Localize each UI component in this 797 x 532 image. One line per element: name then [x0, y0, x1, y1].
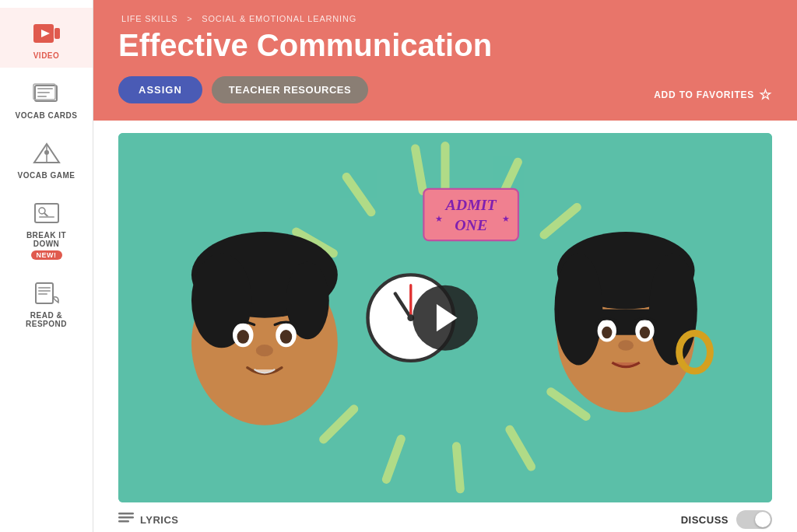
breadcrumb-part2: SOCIAL & EMOTIONAL LEARNING: [202, 14, 356, 23]
svg-point-41: [237, 330, 249, 344]
svg-rect-5: [37, 92, 50, 93]
main-content: LIFE SKILLS > SOCIAL & EMOTIONAL LEARNIN…: [93, 0, 797, 532]
sidebar-vocab-cards-label: VOCAB CARDS: [16, 111, 78, 120]
svg-point-43: [256, 345, 273, 356]
video-bottom-bar: LYRICS DISCUSS: [118, 502, 772, 532]
lyrics-icon: [118, 513, 134, 527]
svg-rect-57: [559, 310, 693, 335]
break-it-down-icon: [30, 198, 64, 228]
vocab-game-icon: [30, 138, 64, 168]
video-illustration: ADMIT ONE ★ ★: [118, 133, 772, 502]
sidebar-item-read-respond[interactable]: READ &RESPOND: [0, 268, 93, 336]
read-respond-icon: [30, 278, 64, 308]
sidebar: VIDEO VOCAB CARDS VOCAB GAME: [0, 0, 93, 532]
sidebar-item-break-it-down[interactable]: BREAK ITDOWN NEW!: [0, 187, 93, 268]
discuss-area: DISCUSS: [681, 510, 772, 529]
video-player[interactable]: ADMIT ONE ★ ★: [118, 133, 772, 502]
svg-text:★: ★: [435, 214, 443, 223]
content-area: ADMIT ONE ★ ★: [93, 121, 797, 532]
svg-rect-6: [37, 96, 47, 97]
svg-rect-68: [118, 520, 129, 523]
header: LIFE SKILLS > SOCIAL & EMOTIONAL LEARNIN…: [93, 0, 797, 121]
lyrics-label: LYRICS: [140, 514, 178, 526]
svg-rect-11: [35, 204, 58, 222]
svg-point-42: [280, 330, 292, 344]
svg-rect-2: [54, 28, 60, 39]
new-badge: NEW!: [31, 250, 62, 260]
vocab-cards-icon: [30, 79, 64, 108]
sidebar-item-vocab-cards[interactable]: VOCAB CARDS: [0, 68, 93, 128]
discuss-label: DISCUSS: [681, 514, 729, 526]
sidebar-video-label: VIDEO: [33, 51, 60, 60]
star-icon: ☆: [759, 86, 772, 103]
discuss-toggle[interactable]: [736, 510, 772, 529]
add-favorites-button[interactable]: ADD TO FAVORITES ☆: [654, 86, 772, 103]
svg-rect-16: [38, 287, 51, 289]
sidebar-vocab-game-label: VOCAB GAME: [18, 171, 75, 180]
svg-text:ONE: ONE: [455, 216, 487, 233]
svg-point-60: [602, 327, 612, 338]
svg-point-61: [640, 327, 650, 338]
sidebar-item-video[interactable]: VIDEO: [0, 8, 93, 68]
page-title: Effective Communication: [118, 28, 772, 62]
svg-line-27: [456, 446, 460, 489]
svg-rect-66: [118, 513, 134, 515]
toggle-knob: [755, 512, 771, 527]
sidebar-read-respond-label: READ &RESPOND: [26, 311, 67, 328]
add-favorites-label: ADD TO FAVORITES: [654, 89, 754, 100]
breadcrumb: LIFE SKILLS > SOCIAL & EMOTIONAL LEARNIN…: [118, 14, 772, 23]
sidebar-break-label: BREAK ITDOWN: [26, 231, 66, 248]
assign-button[interactable]: ASSIGN: [118, 76, 202, 103]
svg-rect-18: [38, 293, 47, 295]
svg-rect-14: [39, 216, 54, 218]
breadcrumb-part1: LIFE SKILLS: [121, 14, 177, 23]
svg-rect-67: [118, 516, 134, 519]
svg-text:★: ★: [502, 214, 510, 223]
teacher-resources-button[interactable]: TEACHER RESOURCES: [212, 76, 368, 103]
sidebar-item-vocab-game[interactable]: VOCAB GAME: [0, 128, 93, 187]
svg-rect-4: [37, 88, 53, 89]
svg-point-62: [618, 340, 634, 350]
svg-rect-17: [38, 290, 51, 292]
lyrics-button[interactable]: LYRICS: [118, 513, 178, 527]
video-container: ADMIT ONE ★ ★: [93, 121, 797, 532]
video-icon: [30, 19, 64, 48]
breadcrumb-separator: >: [187, 14, 192, 23]
svg-point-12: [39, 208, 45, 214]
svg-text:ADMIT: ADMIT: [444, 196, 497, 213]
